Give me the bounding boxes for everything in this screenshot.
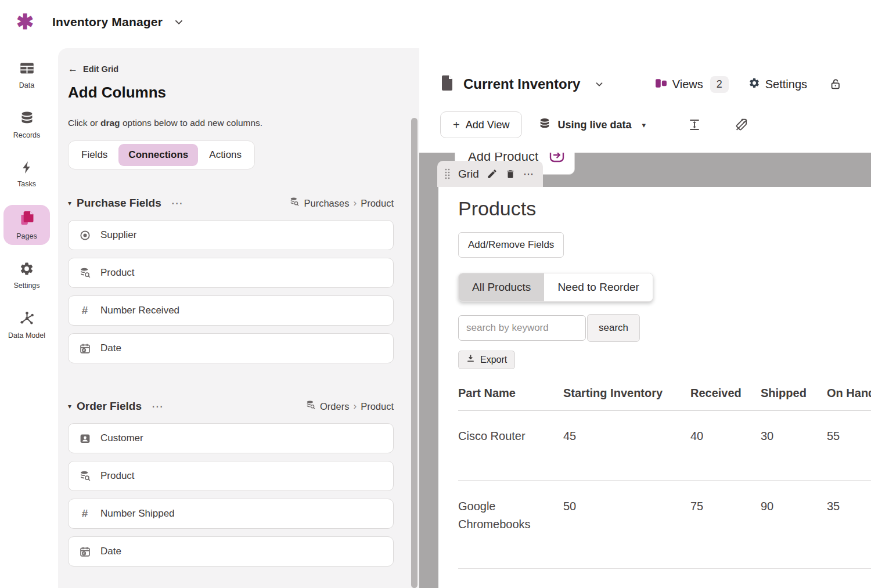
field-option-product[interactable]: Product	[68, 258, 394, 288]
lightning-bolt-icon	[20, 160, 34, 177]
field-label: Customer	[100, 432, 143, 444]
table-row[interactable]: Dell Server 45 18 15 48	[458, 569, 871, 588]
rail-item-data-model[interactable]: Data Model	[3, 306, 50, 344]
views-layout-icon	[655, 77, 667, 92]
add-view-button[interactable]: + Add View	[440, 111, 522, 138]
topbar: ✱ Inventory Manager	[0, 0, 871, 44]
rail-item-records[interactable]: Records	[3, 106, 50, 144]
column-header-part-name[interactable]: Part Name	[458, 387, 563, 410]
search-button[interactable]: search	[587, 314, 640, 342]
app-title-chevron-down-icon[interactable]	[173, 16, 185, 28]
order-field-list: Customer Product # Number Shipped Da	[68, 423, 394, 567]
panel-scrollbar[interactable]	[411, 118, 417, 588]
search-input[interactable]	[458, 315, 586, 341]
field-label: Number Shipped	[100, 508, 175, 520]
field-option-date[interactable]: Date	[68, 536, 394, 567]
arrow-right-box-icon	[548, 153, 566, 167]
trash-icon[interactable]	[505, 169, 516, 179]
data-source-label: Using live data	[557, 119, 631, 131]
field-option-number-received[interactable]: # Number Received	[68, 295, 394, 326]
database-search-icon	[289, 197, 300, 210]
rail-item-settings[interactable]: Settings	[3, 257, 50, 294]
cell-shipped: 30	[761, 410, 827, 481]
tab-need-to-reorder[interactable]: Need to Reorder	[544, 273, 652, 301]
field-label: Product	[100, 267, 135, 279]
column-header-starting-inventory[interactable]: Starting Inventory	[563, 387, 690, 410]
breadcrumb-source[interactable]: Purchases	[304, 198, 349, 209]
cell-starting-inventory: 50	[563, 481, 690, 569]
page-title-chevron-down-icon[interactable]	[594, 79, 604, 89]
cell-received: 40	[690, 410, 761, 481]
field-option-date[interactable]: Date	[68, 333, 394, 363]
gear-icon	[19, 261, 34, 279]
fit-height-icon[interactable]	[688, 118, 701, 132]
cell-shipped: 15	[761, 569, 827, 588]
field-label: Date	[100, 342, 121, 354]
rail-label: Records	[13, 131, 41, 139]
rail-item-data[interactable]: Data	[3, 56, 50, 94]
page-title: Current Inventory	[463, 76, 580, 92]
tab-fields[interactable]: Fields	[71, 144, 117, 166]
collapse-caret-icon[interactable]: ▾	[68, 402, 71, 410]
column-header-shipped[interactable]: Shipped	[761, 387, 827, 410]
data-source-dropdown[interactable]: Using live data ▾	[538, 117, 646, 132]
unlock-icon[interactable]	[829, 77, 842, 91]
tag-slash-icon[interactable]	[734, 117, 749, 132]
rail-label: Data Model	[8, 331, 45, 340]
rail-item-tasks[interactable]: Tasks	[3, 156, 50, 193]
more-icon[interactable]: ⋯	[523, 168, 534, 181]
plus-icon: +	[453, 118, 460, 132]
page-editor-main: Current Inventory Views 2	[419, 44, 871, 588]
app-body: Data Records Tasks Pages	[0, 44, 871, 588]
download-icon	[466, 354, 475, 365]
export-label: Export	[480, 355, 507, 365]
field-option-number-shipped[interactable]: # Number Shipped	[68, 499, 394, 529]
tab-all-products[interactable]: All Products	[459, 273, 544, 301]
purchase-breadcrumb: Purchases › Product	[289, 197, 394, 210]
breadcrumb-target[interactable]: Product	[361, 198, 394, 209]
settings-button[interactable]: Settings	[748, 77, 807, 91]
column-header-received[interactable]: Received	[690, 387, 761, 410]
database-icon	[19, 110, 35, 128]
collapse-caret-icon[interactable]: ▾	[68, 199, 71, 207]
grid-block-toolbar: Grid ⋯	[437, 161, 543, 187]
cell-on-hand: 48	[827, 569, 871, 588]
field-option-supplier[interactable]: Supplier	[68, 220, 394, 250]
triangle-down-icon: ▾	[642, 121, 646, 129]
views-label: Views	[672, 78, 703, 91]
drag-handle-icon[interactable]	[444, 168, 451, 179]
add-remove-fields-button[interactable]: Add/Remove Fields	[458, 232, 564, 258]
breadcrumb-source[interactable]: Orders	[320, 401, 349, 412]
views-button[interactable]: Views 2	[655, 76, 729, 93]
table-row[interactable]: Cisco Router 45 40 30 55	[458, 410, 871, 481]
back-to-edit-grid-link[interactable]: ← Edit Grid	[68, 63, 118, 75]
page-canvas: Add Product Grid ⋯	[419, 153, 871, 588]
column-header-on-hand[interactable]: On Hand	[827, 387, 871, 410]
tab-actions[interactable]: Actions	[199, 144, 251, 166]
app-title: Inventory Manager	[52, 15, 163, 29]
table-row[interactable]: Google Chromebooks 50 75 90 35	[458, 481, 871, 569]
more-icon[interactable]: ⋯	[152, 399, 164, 413]
rail-item-pages[interactable]: Pages	[3, 205, 50, 245]
field-option-customer[interactable]: Customer	[68, 423, 394, 453]
purchase-fields-header: ▾ Purchase Fields ⋯ Purchases › Product	[68, 196, 394, 210]
table-header-row: Part Name Starting Inventory Received Sh…	[458, 387, 871, 410]
more-icon[interactable]: ⋯	[171, 196, 184, 210]
cell-on-hand: 35	[827, 481, 871, 569]
field-label: Number Received	[100, 305, 179, 316]
breadcrumb-target[interactable]: Product	[361, 401, 394, 412]
field-option-product[interactable]: Product	[68, 461, 394, 491]
back-arrow-icon: ←	[68, 63, 78, 75]
cell-on-hand: 55	[827, 410, 871, 481]
pages-icon	[18, 209, 36, 229]
back-link-label: Edit Grid	[83, 64, 118, 74]
edit-pencil-icon[interactable]	[487, 168, 498, 179]
tab-connections[interactable]: Connections	[118, 144, 198, 166]
cell-received: 18	[690, 569, 761, 588]
calendar-clock-icon	[78, 546, 92, 558]
page-header: Current Inventory Views 2	[419, 44, 871, 153]
field-label: Date	[100, 546, 121, 557]
section-title: Purchase Fields	[77, 197, 161, 210]
export-button[interactable]: Export	[458, 351, 515, 369]
database-icon	[538, 117, 551, 132]
